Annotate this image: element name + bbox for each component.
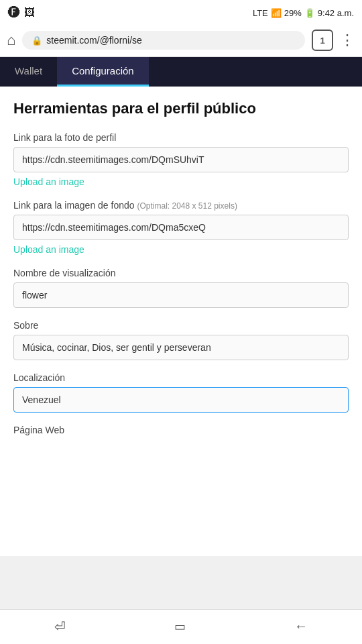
signal-icon: 📶: [271, 8, 282, 18]
label-cover-image: Link para la imagen de fondo (Optimal: 2…: [13, 200, 349, 211]
field-group-cover-image: Link para la imagen de fondo (Optimal: 2…: [13, 200, 349, 256]
upload-link-profile-pic[interactable]: Upload an image: [13, 176, 84, 187]
browser-bar: ⌂ 🔒 steemit.com/@florni/se 1 ⋮: [0, 24, 362, 57]
lock-icon: 🔒: [32, 36, 42, 46]
upload-link-cover-image[interactable]: Upload an image: [13, 244, 84, 255]
lte-label: LTE: [253, 8, 268, 18]
input-display-name[interactable]: [13, 282, 349, 308]
nav-forward-button[interactable]: ←: [294, 619, 308, 634]
battery-label: 29%: [284, 8, 302, 18]
menu-button[interactable]: ⋮: [340, 32, 355, 49]
label-profile-pic: Link para la foto de perfil: [13, 132, 349, 143]
tab-configuracion[interactable]: Configuración: [57, 57, 149, 87]
input-about[interactable]: [13, 335, 349, 360]
status-left: 🅕 🖼: [8, 6, 35, 20]
input-cover-image[interactable]: [13, 215, 349, 240]
label-website: Página Web: [13, 425, 349, 435]
battery-icon: 🔋: [304, 8, 315, 18]
home-button[interactable]: ⌂: [7, 32, 15, 49]
label-location: Localización: [13, 372, 349, 383]
nav-tabs-button[interactable]: ▭: [174, 619, 186, 634]
fb-icon: 🅕: [8, 6, 20, 20]
status-bar: 🅕 🖼 LTE 📶 29% 🔋 9:42 a.m.: [0, 0, 362, 24]
main-content: Herramientas para el perfil público Link…: [0, 87, 362, 556]
bottom-nav: ⏎ ▭ ←: [0, 609, 362, 644]
cover-image-hint: (Optimal: 2048 x 512 pixels): [137, 201, 237, 211]
field-group-display-name: Nombre de visualización: [13, 268, 349, 308]
url-bar[interactable]: 🔒 steemit.com/@florni/se: [22, 31, 305, 50]
gallery-icon: 🖼: [24, 7, 35, 19]
input-location[interactable]: [13, 387, 349, 413]
time-display: 9:42 a.m.: [318, 8, 354, 18]
nav-back-button[interactable]: ⏎: [54, 619, 66, 635]
field-group-about: Sobre: [13, 320, 349, 360]
field-group-location: Localización: [13, 372, 349, 413]
input-profile-pic[interactable]: [13, 147, 349, 172]
label-display-name: Nombre de visualización: [13, 268, 349, 278]
tab-switcher[interactable]: 1: [312, 30, 333, 51]
tab-wallet[interactable]: Wallet: [0, 57, 57, 87]
nav-tabs: Wallet Configuración: [0, 57, 362, 87]
label-about: Sobre: [13, 320, 349, 331]
status-right: LTE 📶 29% 🔋 9:42 a.m.: [253, 8, 354, 18]
page-title: Herramientas para el perfil público: [13, 100, 349, 117]
url-text: steemit.com/@florni/se: [46, 35, 142, 46]
field-group-profile-pic: Link para la foto de perfil Upload an im…: [13, 132, 349, 188]
field-group-website: Página Web: [13, 425, 349, 435]
